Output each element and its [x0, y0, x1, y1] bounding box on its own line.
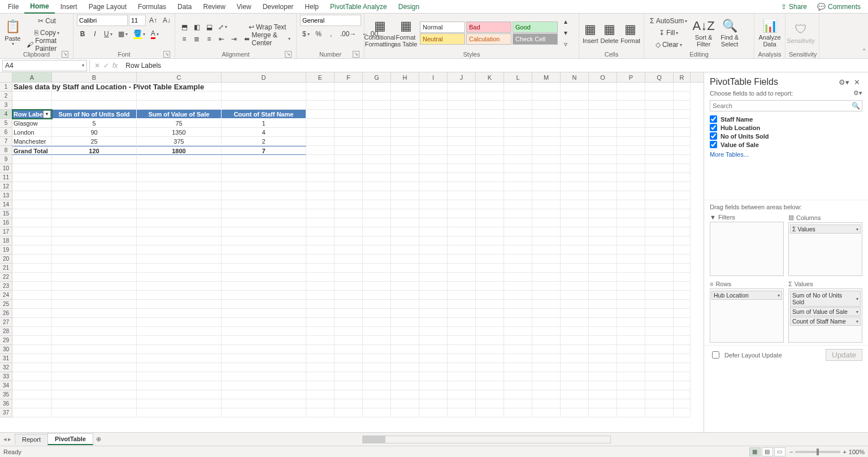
row-header[interactable]: 14 — [0, 200, 12, 209]
cell[interactable] — [448, 218, 476, 227]
cell[interactable] — [52, 92, 137, 101]
cell[interactable] — [137, 291, 222, 300]
cell[interactable] — [52, 390, 137, 399]
cell[interactable] — [363, 273, 391, 282]
cell[interactable] — [306, 345, 335, 354]
cell[interactable] — [645, 137, 674, 146]
cell[interactable] — [306, 318, 335, 327]
cell[interactable] — [561, 300, 589, 309]
cell[interactable] — [645, 318, 674, 327]
cell[interactable] — [12, 345, 52, 354]
cell[interactable] — [532, 354, 561, 363]
cell[interactable] — [12, 264, 52, 273]
cell[interactable] — [52, 399, 137, 408]
cell[interactable] — [532, 245, 561, 255]
sheet-tab-pivottable[interactable]: PivotTable — [47, 433, 93, 445]
cell[interactable] — [448, 245, 476, 255]
cell[interactable] — [137, 200, 222, 209]
cell[interactable] — [476, 345, 504, 354]
cell[interactable] — [222, 399, 306, 408]
sheet-tab-report[interactable]: Report — [15, 434, 48, 445]
cell[interactable] — [52, 309, 137, 318]
cell[interactable] — [419, 291, 448, 300]
cell[interactable] — [222, 390, 306, 399]
cell[interactable] — [222, 273, 306, 282]
column-header-B[interactable]: B — [52, 72, 137, 82]
cell[interactable] — [448, 182, 476, 191]
cell[interactable] — [532, 363, 561, 372]
decrease-indent-button[interactable]: ⇤ — [216, 33, 227, 45]
cell[interactable] — [674, 128, 691, 137]
share-button[interactable]: ⇪Share — [776, 1, 812, 12]
cell[interactable] — [306, 300, 335, 309]
cell[interactable] — [645, 236, 674, 245]
cell[interactable] — [306, 146, 335, 155]
cell[interactable] — [419, 363, 448, 372]
cell[interactable] — [335, 164, 363, 173]
cell[interactable] — [448, 101, 476, 110]
cell[interactable]: 1 — [222, 119, 306, 128]
cell[interactable] — [561, 354, 589, 363]
cell[interactable] — [363, 110, 391, 119]
cell[interactable] — [532, 191, 561, 200]
column-header-G[interactable]: G — [363, 72, 391, 82]
cell[interactable] — [476, 300, 504, 309]
area-pill[interactable]: Sum of Value of Sale▾ — [790, 307, 861, 316]
cell[interactable] — [504, 83, 532, 92]
cell[interactable] — [222, 191, 306, 200]
cell[interactable] — [532, 390, 561, 399]
cell[interactable] — [561, 408, 589, 417]
cell[interactable] — [363, 119, 391, 128]
cell[interactable] — [391, 381, 419, 390]
cell[interactable] — [335, 218, 363, 227]
cell[interactable] — [532, 146, 561, 155]
cell[interactable] — [674, 300, 691, 309]
cell[interactable] — [12, 227, 52, 236]
column-header-I[interactable]: I — [419, 72, 448, 82]
sensitivity-button[interactable]: 🛡Sensitivity — [789, 15, 813, 51]
defer-layout-checkbox[interactable] — [712, 351, 719, 359]
cell[interactable] — [532, 291, 561, 300]
cell[interactable] — [137, 381, 222, 390]
cell[interactable] — [335, 363, 363, 372]
cell[interactable] — [391, 119, 419, 128]
cell[interactable] — [561, 255, 589, 264]
cell[interactable] — [137, 164, 222, 173]
cell[interactable] — [504, 291, 532, 300]
cell[interactable] — [306, 273, 335, 282]
cell[interactable] — [645, 92, 674, 101]
cell[interactable] — [391, 92, 419, 101]
font-dialog-launcher[interactable]: ↘ — [163, 51, 170, 58]
cell[interactable] — [335, 291, 363, 300]
cell[interactable]: Sum of Value of Sale — [137, 110, 222, 119]
cell[interactable] — [52, 218, 137, 227]
cell[interactable] — [391, 236, 419, 245]
cell[interactable] — [335, 345, 363, 354]
cell[interactable] — [532, 381, 561, 390]
cell[interactable] — [617, 318, 645, 327]
cell[interactable] — [617, 336, 645, 345]
cell[interactable]: Sales data by Staff and Location - Pivot… — [12, 83, 52, 92]
cell[interactable] — [504, 236, 532, 245]
cell[interactable] — [363, 137, 391, 146]
cell[interactable] — [504, 92, 532, 101]
cell[interactable] — [335, 300, 363, 309]
cell[interactable] — [617, 236, 645, 245]
cell[interactable] — [589, 137, 617, 146]
align-top-button[interactable]: ⬒ — [179, 21, 190, 33]
fill-color-button[interactable]: 🪣▾ — [131, 28, 147, 40]
cell[interactable] — [12, 291, 52, 300]
cell[interactable] — [561, 101, 589, 110]
cell[interactable] — [617, 372, 645, 381]
cell[interactable] — [363, 282, 391, 291]
cell[interactable] — [476, 128, 504, 137]
cell[interactable] — [306, 372, 335, 381]
cell[interactable] — [589, 191, 617, 200]
cell[interactable] — [391, 245, 419, 255]
cell[interactable] — [476, 381, 504, 390]
cell[interactable] — [617, 309, 645, 318]
paste-button[interactable]: 📋Paste▾ — [3, 15, 22, 51]
pane-settings-button[interactable]: ⚙▾ — [836, 78, 852, 87]
cell[interactable] — [589, 327, 617, 336]
cell[interactable] — [561, 173, 589, 182]
